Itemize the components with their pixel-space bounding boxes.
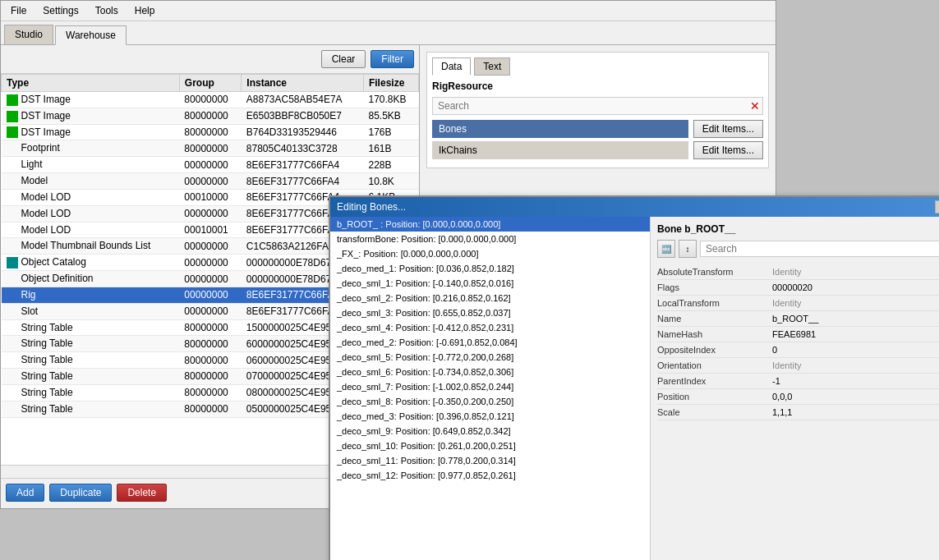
cell-type: Model bbox=[2, 173, 180, 190]
cell-group: 00010001 bbox=[179, 222, 241, 238]
rig-tab-data[interactable]: Data bbox=[432, 57, 471, 76]
table-row[interactable]: Model 00000000 8E6EF31777C66FA4 10.8K bbox=[2, 173, 419, 190]
filter-button[interactable]: Filter bbox=[371, 50, 414, 68]
no-icon bbox=[7, 143, 18, 154]
bone-item[interactable]: _deco_sml_2: Position: [0.216,0.852,0.16… bbox=[330, 291, 650, 305]
cell-type: DST Image bbox=[2, 92, 180, 108]
prop-search-bar: 🔤 ↕ bbox=[657, 240, 939, 258]
col-type[interactable]: Type bbox=[2, 75, 180, 92]
prop-value: 1,1,1 bbox=[772, 407, 939, 417]
edit-ikchains-button[interactable]: Edit Items... bbox=[693, 141, 763, 159]
sort-az-icon[interactable]: 🔤 bbox=[657, 240, 675, 258]
rig-search-input[interactable] bbox=[432, 97, 763, 115]
table-row[interactable]: Footprint 80000000 87805C40133C3728 161B bbox=[2, 140, 419, 157]
no-icon bbox=[7, 176, 18, 187]
prop-row: Scale 1,1,1 bbox=[657, 405, 939, 420]
prop-row: OppositeIndex 0 bbox=[657, 342, 939, 358]
prop-name: AbsoluteTransform bbox=[657, 267, 772, 277]
search-clear-icon[interactable]: ✕ bbox=[750, 99, 760, 112]
tab-studio[interactable]: Studio bbox=[4, 25, 53, 44]
table-row[interactable]: DST Image 80000000 A8873AC58AB54E7A 170.… bbox=[2, 92, 419, 108]
col-filesize[interactable]: Filesize bbox=[363, 75, 418, 92]
cell-group: 80000000 bbox=[179, 140, 241, 157]
rig-tab-text[interactable]: Text bbox=[474, 57, 510, 76]
no-icon bbox=[7, 273, 18, 285]
menu-help[interactable]: Help bbox=[131, 3, 159, 18]
cell-type: Model LOD bbox=[2, 205, 180, 222]
menu-bar: File Settings Tools Help bbox=[1, 1, 776, 21]
no-icon bbox=[7, 159, 18, 171]
bone-item[interactable]: _deco_med_1: Position: [0.036,0.852,0.18… bbox=[330, 261, 650, 276]
prop-row: LocalTransform Identity bbox=[657, 296, 939, 311]
delete-button[interactable]: Delete bbox=[117, 484, 167, 502]
bone-item[interactable]: _deco_sml_11: Position: [0.778,0.200,0.3… bbox=[330, 453, 650, 468]
green-icon bbox=[7, 126, 18, 138]
bone-item[interactable]: _deco_sml_7: Position: [-1.002,0.852,0.2… bbox=[330, 379, 650, 394]
col-instance[interactable]: Instance bbox=[242, 75, 364, 92]
bones-dialog: Editing Bones... _ □ ✕ b_ROOT_ : Positio… bbox=[329, 195, 939, 560]
rig-resource-title: RigResource bbox=[432, 80, 763, 92]
rig-row-ikchains: IkChains Edit Items... bbox=[432, 141, 763, 159]
sort-icon[interactable]: ↕ bbox=[679, 240, 697, 258]
no-icon bbox=[7, 192, 18, 204]
bone-item[interactable]: _deco_sml_4: Position: [-0.412,0.852,0.2… bbox=[330, 320, 650, 335]
table-row[interactable]: Light 00000000 8E6EF31777C66FA4 228B bbox=[2, 157, 419, 173]
prop-value: Identity bbox=[772, 267, 939, 277]
cell-group: 00000000 bbox=[179, 157, 241, 173]
menu-settings[interactable]: Settings bbox=[39, 3, 81, 18]
bone-item[interactable]: _deco_sml_5: Position: [-0.772,0.200,0.2… bbox=[330, 350, 650, 365]
prop-title: Bone b_ROOT__ bbox=[657, 223, 939, 235]
no-icon bbox=[7, 338, 18, 350]
edit-bones-button[interactable]: Edit Items... bbox=[693, 120, 763, 138]
tab-bar: Studio Warehouse bbox=[1, 21, 776, 45]
bone-item[interactable]: transformBone: Position: [0.000,0.000,0.… bbox=[330, 232, 650, 246]
bone-item[interactable]: _deco_med_3: Position: [0.396,0.852,0.12… bbox=[330, 409, 650, 424]
bones-label[interactable]: Bones bbox=[432, 120, 688, 138]
prop-name: Name bbox=[657, 314, 772, 324]
menu-tools[interactable]: Tools bbox=[92, 3, 122, 18]
no-icon bbox=[7, 388, 18, 399]
bone-item[interactable]: _FX_: Position: [0.000,0.000,0.000] bbox=[330, 246, 650, 261]
bone-item[interactable]: _deco_sml_8: Position: [-0.350,0.200,0.2… bbox=[330, 394, 650, 409]
bone-item[interactable]: _deco_sml_10: Position: [0.261,0.200,0.2… bbox=[330, 438, 650, 453]
prop-value: Identity bbox=[772, 360, 939, 370]
cell-type: String Table bbox=[2, 401, 180, 417]
dialog-minimize-button[interactable]: _ bbox=[935, 200, 939, 213]
bone-item[interactable]: _deco_sml_12: Position: [0.977,0.852,0.2… bbox=[330, 468, 650, 483]
bone-item[interactable]: b_ROOT_ : Position: [0.000,0.000,0.000] bbox=[330, 217, 650, 232]
bone-item[interactable]: _deco_sml_9: Position: [0.649,0.852,0.34… bbox=[330, 424, 650, 438]
rig-row-bones: Bones Edit Items... bbox=[432, 120, 763, 138]
bone-item[interactable]: _deco_med_2: Position: [-0.691,0.852,0.0… bbox=[330, 335, 650, 350]
cell-type: Model LOD bbox=[2, 222, 180, 238]
no-icon bbox=[7, 209, 18, 220]
table-toolbar: Clear Filter bbox=[1, 45, 419, 74]
cell-filesize: 176B bbox=[363, 124, 418, 140]
table-row[interactable]: DST Image 80000000 E6503BBF8CB050E7 85.5… bbox=[2, 108, 419, 124]
tab-warehouse[interactable]: Warehouse bbox=[55, 25, 127, 45]
prop-name: LocalTransform bbox=[657, 298, 772, 308]
clear-button[interactable]: Clear bbox=[321, 50, 366, 68]
col-group[interactable]: Group bbox=[179, 75, 241, 92]
cell-group: 00000000 bbox=[179, 271, 241, 287]
table-row[interactable]: DST Image 80000000 B764D33193529446 176B bbox=[2, 124, 419, 140]
no-icon bbox=[7, 290, 18, 301]
add-button[interactable]: Add bbox=[6, 484, 44, 502]
prop-name: Position bbox=[657, 392, 772, 402]
menu-file[interactable]: File bbox=[7, 3, 30, 18]
no-icon bbox=[7, 404, 18, 415]
cell-group: 80000000 bbox=[179, 336, 241, 352]
prop-search-input[interactable] bbox=[700, 241, 939, 257]
cell-filesize: 10.8K bbox=[363, 173, 418, 190]
bones-list-panel[interactable]: b_ROOT_ : Position: [0.000,0.000,0.000]t… bbox=[330, 217, 651, 560]
cell-type: Slot bbox=[2, 303, 180, 319]
cell-group: 00000000 bbox=[179, 205, 241, 222]
prop-row: Flags 00000020 bbox=[657, 280, 939, 296]
bone-item[interactable]: _deco_sml_1: Position: [-0.140,0.852,0.0… bbox=[330, 276, 650, 291]
cell-type: String Table bbox=[2, 319, 180, 336]
cell-group: 80000000 bbox=[179, 384, 241, 401]
cell-type: String Table bbox=[2, 352, 180, 369]
bone-item[interactable]: _deco_sml_3: Position: [0.655,0.852,0.03… bbox=[330, 305, 650, 320]
duplicate-button[interactable]: Duplicate bbox=[49, 484, 112, 502]
ikchains-label[interactable]: IkChains bbox=[432, 141, 688, 159]
bone-item[interactable]: _deco_sml_6: Position: [-0.734,0.852,0.3… bbox=[330, 365, 650, 379]
